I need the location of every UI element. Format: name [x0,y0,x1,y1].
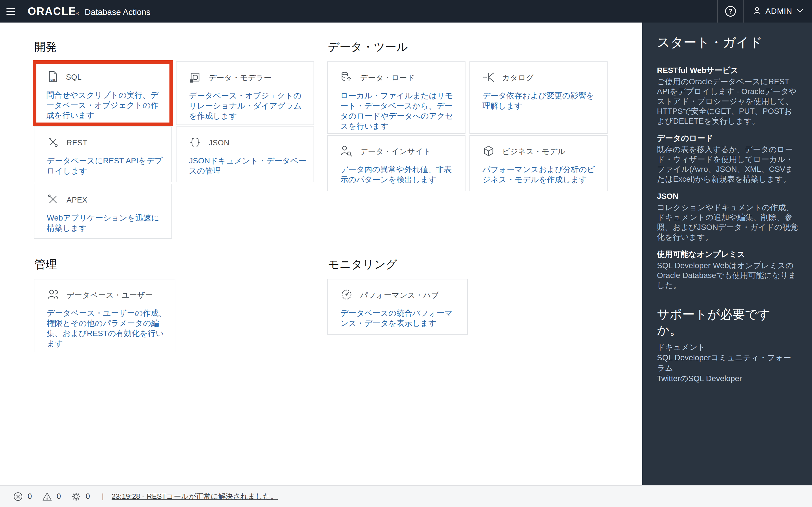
card-link-performance-hub[interactable]: データベースの統合パフォーマンス・データを表示します [340,308,460,328]
catalog-icon [483,71,495,84]
section-data-tools: データ・ツール データ・ロードローカル・ファイルまたはリモート・データベースから… [327,40,608,191]
status-bar: 0 0 0 | 23:19:28 - RESTコールが正常に解決されました。 [0,485,812,507]
card-link-data-load[interactable]: ローカル・ファイルまたはリモート・データベースから、データのロードやデータへのア… [340,91,458,131]
person-icon [753,6,762,16]
user-menu-button[interactable]: ADMIN [744,0,812,22]
user-name: ADMIN [765,7,792,16]
card-label-json: JSON [209,138,230,147]
support-link-2[interactable]: TwitterのSQL Developer [657,373,798,384]
status-separator: | [102,492,104,501]
cube-icon [483,145,495,158]
card-label-rest: REST [66,138,87,147]
gear-icon [71,492,86,502]
card-label-db-users: データベース・ユーザー [66,290,153,300]
card-label-data-load: データ・ロード [360,73,415,83]
hamburger-menu-icon[interactable] [0,0,21,22]
support-title: サポートが必要ですか。 [657,306,781,338]
card-label-apex: APEX [66,196,87,205]
section-development: 開発 SQLSQL問合せやスクリプトの実行、データベース・オブジェクトの作成を行… [34,40,314,239]
tools-icon [47,136,59,150]
status-item-error-circle[interactable]: 0 [13,492,32,502]
sidebar-section-body: SQL Developer Webはオンプレミスの Oracle Databas… [657,261,799,290]
users-icon [47,288,59,302]
registered-mark: ® [76,11,79,16]
support-link-0[interactable]: ドキュメント [657,342,798,352]
status-count: 0 [57,492,61,501]
card-label-catalog: カタログ [502,73,534,83]
card-label-sql: SQL [66,73,82,82]
card-data-insight[interactable]: データ・インサイトデータ内の異常や外れ値、非表示のパターンを検出します [327,135,465,191]
main-content: 開発 SQLSQL問合せやスクリプトの実行、データベース・オブジェクトの作成を行… [0,22,642,485]
sidebar-title: スタート・ガイド [657,34,799,50]
data-modeler-icon [189,71,201,84]
sidebar-section-body: 既存の表を移入するか、データのロード・ウィザードを使用してローカル・ファイル(A… [657,145,799,184]
card-link-sql[interactable]: 問合せやスクリプトの実行、データベース・オブジェクトの作成を行います [46,90,165,121]
insight-icon [340,145,353,158]
status-item-warning-triangle[interactable]: 0 [42,492,61,502]
card-link-json[interactable]: JSONドキュメント・データベースの管理 [189,156,307,176]
card-link-catalog[interactable]: データ依存および変更の影響を理解します [483,91,600,111]
card-data-modeler[interactable]: データ・モデラーデータベース・オブジェクトのリレーショナル・ダイアグラムを作成し… [176,61,314,125]
gauge-icon [340,288,353,302]
error-circle-icon [13,492,28,502]
card-link-data-insight[interactable]: データ内の異常や外れ値、非表示のパターンを検出します [340,165,458,185]
section-administration: 管理 データベース・ユーザーデータベース・ユーザーの作成、権限とその他のパラメー… [34,258,314,352]
status-message-link[interactable]: 23:19:28 - RESTコールが正常に解決されました。 [112,492,278,501]
data-load-icon [340,71,353,84]
warning-triangle-icon [42,492,57,502]
help-circle-icon: ? [725,6,736,17]
getting-started-sidebar: スタート・ガイド RESTful Webサービスご使用のOracleデータベース… [642,22,812,485]
sidebar-section-heading: RESTful Webサービス [657,65,799,75]
sidebar-section-heading: JSON [657,191,799,202]
svg-text:SQL: SQL [50,78,56,82]
sidebar-section-body: ご使用のOracleデータベースにREST APIをデプロイします - Orac… [657,76,799,126]
section-monitoring: モニタリング パフォーマンス・ハブデータベースの統合パフォーマンス・データを表示… [327,258,608,335]
card-business-model[interactable]: ビジネス・モデルパフォーマンスおよび分析のビジネス・モデルを作成します [469,135,608,191]
chevron-down-icon [796,8,804,14]
section-title-data-tools: データ・ツール [328,40,608,54]
top-bar: ORACLE ® Database Actions ? ADMIN [0,0,812,22]
card-data-load[interactable]: データ・ロードローカル・ファイルまたはリモート・データベースから、データのロード… [327,61,465,134]
section-title-development: 開発 [35,40,314,54]
status-item-gear[interactable]: 0 [71,492,90,502]
sidebar-section-0: RESTful Webサービスご使用のOracleデータベースにREST API… [657,65,799,126]
sql-file-icon: SQL [46,70,59,84]
card-db-users[interactable]: データベース・ユーザーデータベース・ユーザーの作成、権限とその他のパラメータの編… [34,279,175,352]
product-title: Database Actions [85,7,150,17]
sidebar-section-heading: データのロード [657,133,799,144]
sidebar-section-body: コレクションやドキュメントの作成、ドキュメントの追加や編集、削除、参照、およびJ… [657,203,799,242]
sidebar-section-1: データのロード既存の表を移入するか、データのロード・ウィザードを使用してローカル… [657,133,799,184]
pencils-icon [47,193,59,207]
card-apex[interactable]: APEXWebアプリケーションを迅速に構築します [34,184,172,239]
card-performance-hub[interactable]: パフォーマンス・ハブデータベースの統合パフォーマンス・データを表示します [327,279,468,335]
status-count: 0 [28,492,32,501]
card-link-rest[interactable]: データベースにREST APIをデプロイします [47,156,165,176]
section-title-administration: 管理 [35,258,314,271]
status-count: 0 [86,492,90,501]
sidebar-section-2: JSONコレクションやドキュメントの作成、ドキュメントの追加や編集、削除、参照、… [657,191,799,242]
app-logo: ORACLE ® Database Actions [28,5,151,17]
sidebar-section-heading: 使用可能なオンプレミス [657,249,799,260]
support-link-1[interactable]: SQL Developerコミュニティ・フォーラム [657,352,798,373]
card-link-apex[interactable]: Webアプリケーションを迅速に構築します [47,213,165,233]
card-sql[interactable]: SQLSQL問合せやスクリプトの実行、データベース・オブジェクトの作成を行います [33,60,173,126]
card-label-performance-hub: パフォーマンス・ハブ [360,290,439,300]
card-link-business-model[interactable]: パフォーマンスおよび分析のビジネス・モデルを作成します [483,165,600,185]
section-title-monitoring: モニタリング [328,258,608,271]
card-link-data-modeler[interactable]: データベース・オブジェクトのリレーショナル・ダイアグラムを作成します [189,91,307,121]
card-label-data-insight: データ・インサイト [360,147,431,157]
card-label-business-model: ビジネス・モデル [502,147,565,157]
sidebar-section-3: 使用可能なオンプレミスSQL Developer Webはオンプレミスの Ora… [657,249,799,290]
card-link-db-users[interactable]: データベース・ユーザーの作成、権限とその他のパラメータの編集、およびRESTの有… [47,308,168,349]
braces-icon [189,136,201,150]
card-rest[interactable]: RESTデータベースにREST APIをデプロイします [34,126,172,182]
card-catalog[interactable]: カタログデータ依存および変更の影響を理解します [469,61,608,134]
oracle-logo: ORACLE [28,5,76,17]
card-label-data-modeler: データ・モデラー [209,73,271,83]
help-button[interactable]: ? [718,0,744,22]
card-json[interactable]: JSONJSONドキュメント・データベースの管理 [176,126,314,182]
